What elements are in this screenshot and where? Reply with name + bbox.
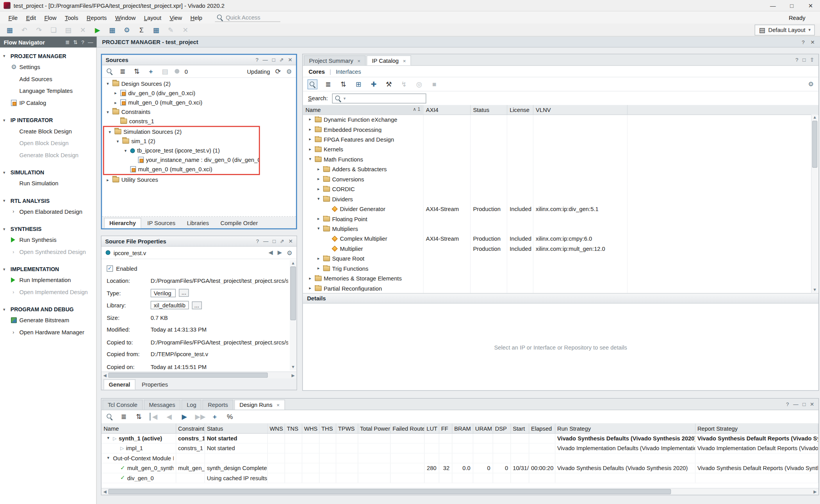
runs-horizontal-scrollbar[interactable]: ◀ ▶: [102, 488, 818, 495]
collapse-arrow-icon[interactable]: ▾: [106, 456, 111, 460]
catalog-search-input[interactable]: ▾: [332, 93, 426, 103]
collapse-all-icon[interactable]: ≣: [324, 80, 333, 88]
expand-arrow-icon[interactable]: ▸: [113, 100, 118, 105]
expand-arrow-icon[interactable]: ▸: [113, 91, 118, 95]
column-header-ff[interactable]: FF: [439, 424, 452, 433]
catalog-row[interactable]: ▸Floating Point: [303, 214, 818, 224]
expand-arrow-icon[interactable]: ▸: [308, 286, 313, 291]
flownav-item[interactable]: Generate Bitstream: [0, 314, 96, 326]
copy-icon[interactable]: ❏: [49, 26, 58, 34]
collapse-arrow-icon[interactable]: ▾: [123, 148, 128, 153]
tab-libraries[interactable]: Libraries: [182, 218, 214, 228]
flownav-section-header[interactable]: ▾IMPLEMENTATION: [0, 264, 96, 274]
flownav-item[interactable]: ›Open Synthesized Design: [0, 245, 96, 257]
enabled-checkbox[interactable]: ✓: [107, 265, 113, 272]
tree-item[interactable]: ▾Constraints: [102, 107, 296, 117]
forward-icon[interactable]: ▶: [278, 249, 282, 256]
close-icon[interactable]: ✕: [810, 401, 814, 407]
flownav-item[interactable]: Open Block Design: [0, 137, 96, 149]
help-icon[interactable]: ?: [795, 57, 798, 63]
run-icon[interactable]: ▶: [93, 26, 102, 34]
column-header-whs[interactable]: WHS: [302, 424, 319, 433]
target-icon[interactable]: ◎: [415, 80, 424, 88]
catalog-row[interactable]: Complex MultiplierAXI4-StreamProductionI…: [303, 234, 818, 243]
expand-arrow-icon[interactable]: ▸: [316, 266, 321, 271]
column-header-axi4[interactable]: AXI4: [423, 105, 470, 114]
section-collapse-icon[interactable]: ▾: [3, 170, 8, 175]
help-icon[interactable]: ?: [81, 39, 84, 45]
tab-reports[interactable]: Reports: [203, 400, 233, 410]
menu-help[interactable]: Help: [186, 13, 207, 22]
tree-item[interactable]: mult_gen_0 (mult_gen_0.xci): [104, 165, 259, 174]
collapse-arrow-icon[interactable]: ▾: [105, 110, 110, 114]
column-header-tns[interactable]: TNS: [285, 424, 302, 433]
properties-icon[interactable]: ▤: [160, 67, 169, 75]
step-forward-icon[interactable]: ▶▶: [195, 413, 204, 421]
tab-project-summary[interactable]: Project Summary×: [304, 55, 365, 65]
menu-layout[interactable]: Layout: [140, 13, 166, 22]
properties-horizontal-scrollbar[interactable]: ◀ ▶: [102, 371, 297, 378]
column-header-ths[interactable]: THS: [319, 424, 336, 433]
catalog-row[interactable]: ▾Math Functions: [303, 154, 818, 164]
scrollbar-thumb[interactable]: [108, 373, 268, 378]
collapse-arrow-icon[interactable]: ▾: [106, 436, 111, 440]
catalog-row[interactable]: ▸Dynamic Function eXchange: [303, 114, 818, 124]
add-sources-icon[interactable]: +: [146, 67, 155, 75]
scroll-down-icon[interactable]: ▼: [813, 287, 817, 293]
subtab-interfaces[interactable]: Interfaces: [336, 68, 361, 75]
flownav-item[interactable]: ⚙Settings: [0, 60, 96, 73]
menu-edit[interactable]: Edit: [22, 13, 40, 22]
tab-messages[interactable]: Messages: [144, 400, 180, 410]
expand-collapse-icon[interactable]: ⇅: [73, 39, 78, 45]
expand-arrow-icon[interactable]: ▸: [316, 216, 321, 221]
add-repository-icon[interactable]: ✚: [369, 80, 378, 88]
scroll-left-icon[interactable]: ◀: [102, 489, 108, 494]
menu-tools[interactable]: Tools: [61, 13, 82, 22]
reports-sigma-icon[interactable]: Σ: [137, 26, 146, 34]
expand-arrow-icon[interactable]: ▸: [316, 177, 321, 181]
property-value-field[interactable]: Verilog: [151, 289, 176, 297]
tab-ip-catalog[interactable]: IP Catalog×: [367, 55, 411, 65]
cancel-icon[interactable]: ✕: [181, 26, 190, 34]
close-icon[interactable]: ✕: [288, 57, 292, 63]
column-header-run-strategy[interactable]: Run Strategy: [555, 424, 695, 433]
close-tab-icon[interactable]: ×: [357, 58, 360, 64]
property-value-field[interactable]: xil_defaultlib: [151, 301, 189, 309]
section-collapse-icon[interactable]: ▾: [3, 307, 8, 312]
catalog-row[interactable]: ▸Memories & Storage Elements: [303, 273, 818, 283]
scrollbar-thumb[interactable]: [108, 489, 671, 494]
column-header-bram[interactable]: BRAM: [452, 424, 473, 433]
maximize-icon[interactable]: □: [802, 57, 806, 63]
back-icon[interactable]: ◀: [268, 249, 273, 256]
section-collapse-icon[interactable]: ▾: [3, 227, 8, 231]
step-back-icon[interactable]: ◀: [165, 413, 174, 421]
tab-design-runs[interactable]: Design Runs×: [234, 400, 285, 410]
menu-window[interactable]: Window: [111, 13, 140, 22]
column-header-start[interactable]: Start: [510, 424, 529, 433]
column-header-filler[interactable]: [627, 105, 818, 114]
tree-item[interactable]: ▾sim_1 (2): [104, 137, 259, 146]
expand-all-icon[interactable]: ⇅: [339, 80, 348, 88]
section-collapse-icon[interactable]: ▾: [3, 53, 8, 58]
collapse-arrow-icon[interactable]: ▾: [107, 129, 112, 134]
run-row[interactable]: ✓div_gen_0Using cached IP results: [102, 473, 818, 483]
menu-reports[interactable]: Reports: [82, 13, 111, 22]
catalog-row[interactable]: ▸Conversions: [303, 174, 818, 184]
column-header-wns[interactable]: WNS: [267, 424, 284, 433]
tab-log[interactable]: Log: [182, 400, 201, 410]
float-icon[interactable]: ⇧: [810, 57, 814, 63]
minimize-window-icon[interactable]: —: [763, 0, 782, 11]
tab-compile-order[interactable]: Compile Order: [215, 218, 263, 228]
catalog-row[interactable]: ▾Dividers: [303, 194, 818, 204]
collapse-all-icon[interactable]: ≣: [118, 67, 127, 75]
column-header-license[interactable]: License: [507, 105, 533, 114]
catalog-row[interactable]: ▸Adders & Subtracters: [303, 164, 818, 174]
flownav-item[interactable]: Run Simulation: [0, 177, 96, 189]
maximize-icon[interactable]: □: [802, 401, 806, 407]
search-icon[interactable]: [106, 413, 113, 420]
tab-general[interactable]: General: [103, 379, 135, 390]
column-header-report-strategy[interactable]: Report Strategy: [695, 424, 818, 433]
flownav-item[interactable]: ›Open Implemented Design: [0, 286, 96, 298]
flownav-item[interactable]: IP Catalog: [0, 97, 96, 109]
catalog-row[interactable]: ▸Embedded Processing: [303, 124, 818, 134]
